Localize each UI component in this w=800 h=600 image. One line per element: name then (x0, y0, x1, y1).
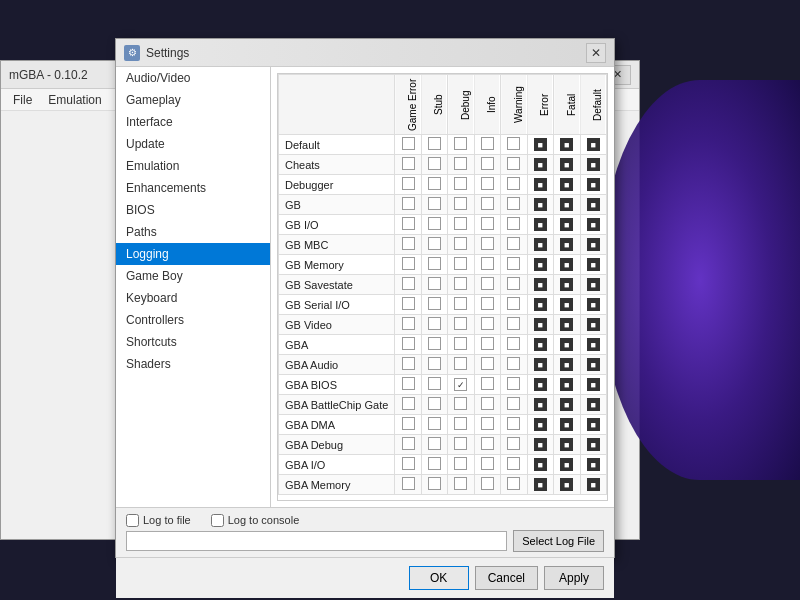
log-cell[interactable] (448, 235, 474, 255)
menu-file[interactable]: File (5, 93, 40, 107)
log-cell[interactable]: ■ (527, 235, 553, 255)
log-cell[interactable]: ■ (527, 195, 553, 215)
log-cell[interactable] (395, 415, 421, 435)
sidebar-item-logging[interactable]: Logging (116, 243, 270, 265)
log-cell[interactable]: ■ (554, 415, 580, 435)
log-cell[interactable] (421, 215, 447, 235)
log-to-file-checkbox[interactable] (126, 514, 139, 527)
log-cell[interactable] (395, 175, 421, 195)
select-log-file-button[interactable]: Select Log File (513, 530, 604, 552)
log-cell[interactable] (421, 295, 447, 315)
log-cell[interactable] (421, 355, 447, 375)
log-cell[interactable] (501, 335, 527, 355)
log-cell[interactable] (448, 455, 474, 475)
log-cell[interactable] (395, 295, 421, 315)
log-cell[interactable] (448, 175, 474, 195)
menu-emulation[interactable]: Emulation (40, 93, 109, 107)
log-cell[interactable]: ■ (554, 315, 580, 335)
log-cell[interactable]: ■ (554, 435, 580, 455)
log-cell[interactable] (395, 275, 421, 295)
log-to-file-label[interactable]: Log to file (126, 514, 191, 527)
log-cell[interactable]: ■ (527, 315, 553, 335)
sidebar-item-keyboard[interactable]: Keyboard (116, 287, 270, 309)
log-cell[interactable]: ■ (580, 375, 606, 395)
log-cell[interactable] (474, 255, 500, 275)
log-cell[interactable]: ■ (527, 335, 553, 355)
log-cell[interactable] (421, 335, 447, 355)
log-cell[interactable]: ■ (580, 175, 606, 195)
log-cell[interactable]: ■ (554, 235, 580, 255)
log-cell[interactable] (421, 275, 447, 295)
log-cell[interactable]: ■ (554, 355, 580, 375)
log-cell[interactable] (421, 175, 447, 195)
log-cell[interactable] (421, 255, 447, 275)
sidebar-item-controllers[interactable]: Controllers (116, 309, 270, 331)
log-cell[interactable] (501, 235, 527, 255)
log-to-console-label[interactable]: Log to console (211, 514, 300, 527)
log-cell[interactable] (421, 475, 447, 495)
log-cell[interactable] (448, 255, 474, 275)
log-cell[interactable]: ■ (580, 135, 606, 155)
log-cell[interactable]: ■ (580, 155, 606, 175)
log-cell[interactable] (395, 455, 421, 475)
log-cell[interactable]: ■ (580, 335, 606, 355)
log-cell[interactable]: ■ (554, 335, 580, 355)
log-cell[interactable] (474, 475, 500, 495)
log-cell[interactable]: ■ (527, 275, 553, 295)
log-cell[interactable]: ■ (527, 255, 553, 275)
log-cell[interactable] (474, 415, 500, 435)
log-cell[interactable] (395, 375, 421, 395)
log-cell[interactable]: ■ (580, 195, 606, 215)
log-cell[interactable] (395, 435, 421, 455)
log-cell[interactable]: ■ (527, 475, 553, 495)
sidebar-item-update[interactable]: Update (116, 133, 270, 155)
sidebar-item-paths[interactable]: Paths (116, 221, 270, 243)
log-cell[interactable] (501, 375, 527, 395)
log-cell[interactable]: ■ (580, 475, 606, 495)
log-cell[interactable] (501, 215, 527, 235)
log-cell[interactable] (395, 215, 421, 235)
log-cell[interactable]: ■ (554, 195, 580, 215)
log-cell[interactable] (501, 355, 527, 375)
log-cell[interactable]: ■ (527, 455, 553, 475)
log-cell[interactable] (474, 175, 500, 195)
log-cell[interactable] (448, 415, 474, 435)
log-cell[interactable] (474, 395, 500, 415)
log-cell[interactable] (421, 235, 447, 255)
sidebar-item-game-boy[interactable]: Game Boy (116, 265, 270, 287)
log-cell[interactable] (421, 415, 447, 435)
ok-button[interactable]: OK (409, 566, 469, 590)
sidebar-item-audio-video[interactable]: Audio/Video (116, 67, 270, 89)
log-cell[interactable]: ■ (580, 235, 606, 255)
log-cell[interactable]: ■ (554, 155, 580, 175)
log-cell[interactable] (501, 275, 527, 295)
log-cell[interactable] (501, 295, 527, 315)
log-cell[interactable]: ■ (554, 175, 580, 195)
sidebar-item-emulation[interactable]: Emulation (116, 155, 270, 177)
log-cell[interactable] (501, 175, 527, 195)
log-cell[interactable]: ■ (554, 135, 580, 155)
log-cell[interactable] (474, 235, 500, 255)
log-cell[interactable] (501, 435, 527, 455)
log-table-container[interactable]: Game ErrorStubDebugInfoWarningErrorFatal… (277, 73, 608, 501)
log-to-console-checkbox[interactable] (211, 514, 224, 527)
log-cell[interactable] (448, 315, 474, 335)
cancel-button[interactable]: Cancel (475, 566, 538, 590)
log-cell[interactable]: ■ (554, 395, 580, 415)
log-cell[interactable]: ■ (527, 415, 553, 435)
log-cell[interactable]: ■ (554, 215, 580, 235)
log-cell[interactable]: ■ (554, 455, 580, 475)
log-cell[interactable] (474, 295, 500, 315)
log-cell[interactable] (474, 455, 500, 475)
log-cell[interactable] (501, 315, 527, 335)
log-cell[interactable] (448, 475, 474, 495)
log-cell[interactable] (474, 215, 500, 235)
log-cell[interactable] (448, 155, 474, 175)
log-cell[interactable]: ■ (527, 395, 553, 415)
log-cell[interactable] (421, 435, 447, 455)
log-cell[interactable] (501, 415, 527, 435)
log-cell[interactable] (501, 475, 527, 495)
log-cell[interactable] (421, 195, 447, 215)
log-cell[interactable]: ■ (554, 295, 580, 315)
log-cell[interactable] (395, 315, 421, 335)
